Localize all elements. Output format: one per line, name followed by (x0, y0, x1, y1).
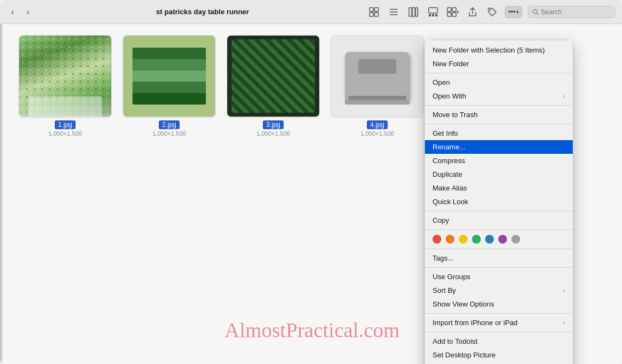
menu-divider (425, 332, 573, 332)
color-tag-blue[interactable] (485, 235, 494, 244)
svg-rect-10 (429, 8, 437, 13)
menu-item-label: Set Desktop Picture (433, 351, 565, 359)
color-tag-orange[interactable] (446, 235, 454, 244)
file-item[interactable]: 4.jpg 1,000×1,500 (331, 35, 424, 137)
view-columns-button[interactable] (406, 5, 421, 19)
menu-item-get-info[interactable]: Get Info (425, 126, 573, 140)
menu-divider (425, 73, 573, 73)
watermark: AlmostPractical.com (224, 318, 400, 342)
tag-icon (487, 7, 497, 17)
file-dims: 1,000×1,500 (360, 130, 394, 137)
menu-item-set-desktop[interactable]: Set Desktop Picture (425, 348, 573, 362)
forward-button[interactable]: › (22, 6, 34, 18)
svg-line-20 (537, 13, 538, 14)
menu-divider (425, 313, 573, 314)
svg-rect-12 (432, 14, 434, 16)
menu-item-new-folder[interactable]: New Folder (425, 57, 573, 71)
back-button[interactable]: ‹ (7, 6, 19, 18)
color-tag-green[interactable] (472, 235, 481, 244)
menu-item-label: Add to Todoist (433, 337, 565, 345)
list-view-icon (389, 7, 399, 17)
svg-rect-0 (370, 8, 373, 11)
menu-item-tags[interactable]: Tags... (425, 251, 573, 265)
menu-item-make-alias[interactable]: Make Alias (425, 181, 573, 195)
toolbar: ‹ › st patricks day table runner (0, 0, 622, 24)
menu-item-upload-cloudapp[interactable]: Upload to CloudApp (425, 362, 573, 364)
grouping-icon (447, 7, 457, 17)
file-item[interactable]: 3.jpg 1,000×1,500 (227, 35, 320, 137)
view-gallery-button[interactable] (426, 5, 440, 19)
file-dims: 1,000×1,500 (256, 130, 290, 137)
submenu-chevron: › (563, 319, 565, 327)
tag-button[interactable] (485, 5, 499, 19)
menu-item-move-trash[interactable]: Move to Trash (425, 108, 573, 122)
menu-divider (425, 124, 573, 124)
svg-rect-7 (409, 8, 412, 16)
menu-divider (425, 211, 573, 211)
menu-item-label: Duplicate (433, 170, 565, 178)
menu-item-open-with[interactable]: Open With› (425, 89, 573, 103)
content-area: 1.jpg 1,000×1,500 2.jpg 1,000×1,500 (0, 24, 622, 364)
window-title: st patricks day table runner (43, 8, 362, 16)
menu-item-label: Show View Options (433, 300, 565, 308)
color-tag-yellow[interactable] (459, 235, 468, 244)
view-grouping-button[interactable]: ▾ (446, 5, 460, 19)
menu-item-import-iphone[interactable]: Import from iPhone or iPad› (425, 316, 573, 330)
svg-rect-2 (370, 13, 373, 16)
file-dims: 1,000×1,500 (48, 130, 82, 137)
file-thumbnail (331, 35, 424, 117)
menu-item-sort-by[interactable]: Sort By› (425, 284, 573, 297)
file-name: 1.jpg (55, 120, 76, 129)
toolbar-icons: ▾ ••• ▾ (367, 5, 615, 19)
svg-rect-1 (375, 8, 378, 11)
menu-item-label: Make Alias (433, 184, 565, 192)
menu-item-show-view-options[interactable]: Show View Options (425, 297, 573, 311)
svg-rect-16 (447, 13, 451, 16)
menu-item-label: Quick Look (433, 198, 565, 206)
menu-item-label: Move to Trash (433, 111, 565, 119)
columns-view-icon (408, 7, 418, 17)
share-button[interactable] (465, 5, 480, 19)
svg-rect-17 (452, 13, 456, 16)
more-actions-button[interactable]: ••• ▾ (505, 6, 522, 18)
file-image-4 (331, 36, 423, 117)
file-item[interactable]: 1.jpg 1,000×1,500 (19, 35, 112, 137)
view-list-button[interactable] (387, 5, 401, 19)
search-bar (528, 6, 615, 18)
menu-item-label: Copy (433, 216, 565, 224)
menu-item-label: Get Info (433, 129, 565, 137)
file-item[interactable]: 2.jpg 1,000×1,500 (123, 35, 216, 137)
color-tag-gray[interactable] (511, 235, 520, 244)
menu-item-label: Rename... (433, 143, 565, 151)
menu-item-rename[interactable]: Rename... (425, 140, 573, 154)
menu-item-label: Open (433, 78, 565, 86)
file-name: 3.jpg (263, 120, 284, 129)
color-tag-purple[interactable] (498, 235, 507, 244)
file-name: 4.jpg (367, 120, 388, 129)
menu-divider (425, 229, 573, 230)
file-thumbnail (19, 35, 112, 117)
menu-item-label: Tags... (433, 254, 565, 262)
finder-window: ‹ › st patricks day table runner (0, 0, 622, 364)
search-input[interactable] (541, 8, 611, 16)
menu-item-copy[interactable]: Copy (425, 213, 573, 227)
nav-buttons: ‹ › (7, 6, 34, 18)
file-thumbnail (123, 35, 216, 117)
menu-item-use-groups[interactable]: Use Groups (425, 270, 573, 284)
menu-item-compress[interactable]: Compress (425, 154, 573, 167)
color-tags-row (425, 232, 573, 246)
svg-rect-8 (412, 8, 415, 16)
menu-item-new-folder-selection[interactable]: New Folder with Selection (5 Items) (425, 43, 573, 57)
menu-item-quick-look[interactable]: Quick Look (425, 195, 573, 209)
file-thumbnail (227, 35, 320, 117)
menu-item-add-todoist[interactable]: Add to Todoist (425, 334, 573, 348)
grouping-chevron: ▾ (457, 9, 459, 15)
menu-item-label: Compress (433, 157, 565, 165)
more-dots: ••• (508, 8, 516, 16)
view-grid-button[interactable] (367, 5, 381, 19)
color-tag-red[interactable] (433, 235, 441, 244)
menu-item-open[interactable]: Open (425, 76, 573, 89)
menu-item-duplicate[interactable]: Duplicate (425, 167, 573, 181)
grid-view-icon (369, 7, 379, 17)
share-icon (468, 7, 477, 17)
